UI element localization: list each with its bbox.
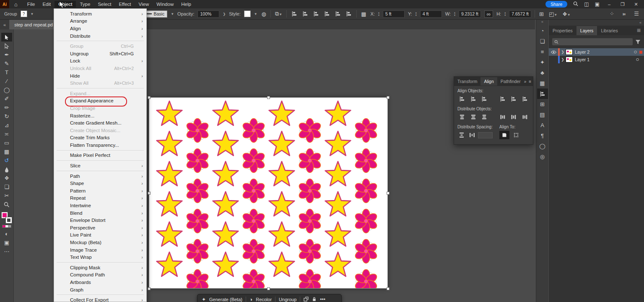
quick-actions-icon[interactable]: ❖▼ [561,11,571,17]
menubar-item-edit[interactable]: Edit [39,1,55,8]
distribute-top-icon[interactable] [457,113,467,121]
menu-item-rasterize[interactable]: Rasterize... [54,112,146,120]
search-icon[interactable] [573,1,578,8]
slice-tool[interactable]: ✂ [1,191,12,200]
eyedropper-tool[interactable] [1,165,12,174]
x-stepper[interactable]: ▴▾ [378,11,379,16]
w-stepper[interactable]: ▴▾ [454,11,455,16]
menu-item-perspective[interactable]: Perspective› [54,224,146,232]
align-v-bottom-icon[interactable] [520,95,530,103]
tab-transform[interactable]: Transform [454,77,480,86]
menu-item-graph[interactable]: Graph› [54,286,146,294]
width-tool[interactable]: ≍ [1,130,12,138]
style-chevron-icon[interactable]: ▼ [254,12,257,16]
constrain-proportions-icon[interactable]: ∞ [484,10,493,18]
distribute-left-icon[interactable] [498,113,507,121]
tab-libraries[interactable]: Libraries [597,26,621,35]
workspace-switcher-icon[interactable]: ◫ [584,1,589,7]
symbols-panel-icon[interactable]: ♣ [537,68,548,78]
distribute-bottom-icon[interactable] [480,113,489,121]
h-stepper[interactable]: ▴▾ [504,11,506,16]
align-panel-icon[interactable] [537,89,548,99]
menu-item-create-gradient-mesh[interactable]: Create Gradient Mesh... [54,119,146,127]
layer-target-icon[interactable]: O [636,57,639,62]
paintbrush-tool[interactable]: ✐ [1,94,12,103]
close-button[interactable]: ✕ [632,2,640,7]
style-swatch[interactable] [244,10,251,17]
isolate-selected-icon[interactable]: ⧉▼ [274,10,283,17]
tab-layers[interactable]: Layers [576,26,597,35]
distribute-hcenter-icon[interactable] [509,113,518,121]
menu-item-image-trace[interactable]: Image Trace› [54,246,146,254]
stroke-panel-icon[interactable]: ≡ [537,47,548,57]
layer-name[interactable]: Layer 2 [575,49,589,55]
bounding-box-handle[interactable] [148,287,151,290]
menubar-item-type[interactable]: Type [76,1,94,8]
menu-item-make-pixel-perfect[interactable]: Make Pixel Perfect [54,152,146,159]
rotate-tool[interactable]: ↻ [1,112,12,121]
distribute-right-icon[interactable] [520,113,530,121]
bounding-box-handle[interactable] [387,96,390,99]
layer-row-layer-1[interactable]: ❯Layer 1O [549,56,644,63]
more-options-icon[interactable]: ••• [320,297,325,302]
menu-item-repeat[interactable]: Repeat› [54,195,146,202]
draw-mode-icon[interactable]: ◐ [1,229,12,238]
menubar-item-file[interactable]: File [23,1,39,8]
selection-tool[interactable] [1,33,12,42]
y-stepper[interactable]: ▴▾ [415,11,417,16]
panel-options-icon[interactable]: ⫢ [622,10,626,17]
h-input[interactable]: 7.6572 ft [509,10,531,18]
appearance-panel-icon[interactable]: ◯ [537,141,548,151]
filter-icon[interactable] [635,39,641,44]
select-similar-icon[interactable]: ▩ [360,11,367,17]
fill-chevron-icon[interactable]: ▼ [31,12,34,16]
zoom-tool[interactable] [1,200,12,209]
menu-item-live-paint[interactable]: Live Paint› [54,232,146,239]
pencil-tool[interactable]: ✏ [1,103,12,112]
align-v-bottom-icon[interactable] [345,10,353,17]
menu-item-slice[interactable]: Slice› [54,162,146,169]
pattern-options-panel-icon[interactable]: ▦ [537,78,548,89]
layer-expand-icon[interactable]: ❯ [560,50,566,54]
w-input[interactable]: 9.2312 ft [459,10,481,18]
menu-item-shape[interactable]: Shape› [54,180,146,187]
artboard[interactable] [149,97,388,289]
x-input[interactable]: 5 ft [383,10,405,18]
align-h-right-icon[interactable] [312,10,320,17]
layers-panel-menu-icon[interactable]: ≡ [637,27,644,34]
layer-row-layer-2[interactable]: ❯Layer 2O [549,48,644,56]
panel-collapse-icon[interactable]: » [524,79,527,84]
arrange-icon[interactable] [304,297,309,302]
menu-item-intertwine[interactable]: Intertwine› [54,202,146,209]
artboards-panel-icon[interactable]: ❏ [537,36,548,47]
edit-toolbar-icon[interactable]: ⋯ [1,247,12,256]
menu-item-flatten-transparency[interactable]: Flatten Transparency... [54,141,146,149]
home-icon[interactable]: ⌂ [14,1,18,8]
arrange-documents-icon[interactable]: ▣ [595,1,600,7]
align-v-center-icon[interactable] [509,95,518,103]
menu-item-envelope-distort[interactable]: Envelope Distort› [54,216,146,224]
menu-item-path[interactable]: Path› [54,172,146,180]
align-h-left-icon[interactable] [290,10,299,17]
menu-item-expand-appearance[interactable]: Expand Appearance [54,97,146,105]
rotate-view-tool[interactable]: ↺ [1,156,12,165]
alignto-artboard-icon[interactable] [499,131,509,139]
menubar-item-view[interactable]: View [135,1,153,8]
stroke-color-icon[interactable] [6,217,12,223]
spacing-h-icon[interactable] [468,131,477,139]
menu-item-transform[interactable]: Transform› [54,10,146,18]
blend-tool[interactable]: ❖ [1,174,12,182]
menu-item-text-wrap[interactable]: Text Wrap› [54,253,146,261]
bounding-box-handle[interactable] [387,287,390,290]
align-h-center-icon[interactable] [301,10,309,17]
layers-search-input[interactable] [552,38,633,45]
menu-item-blend[interactable]: Blend› [54,209,146,217]
menubar-item-object[interactable]: Object [55,1,76,8]
layer-expand-icon[interactable]: ❯ [560,57,566,62]
spacing-v-icon[interactable] [457,131,466,139]
color-wheel-icon[interactable]: ◔ [537,26,548,36]
transform-panel-icon[interactable]: ⊞ [537,99,548,109]
scale-tool[interactable]: ⊿ [1,121,12,130]
workspace-icon[interactable]: ☰ [633,10,640,17]
menu-item-pattern[interactable]: Pattern› [54,187,146,195]
